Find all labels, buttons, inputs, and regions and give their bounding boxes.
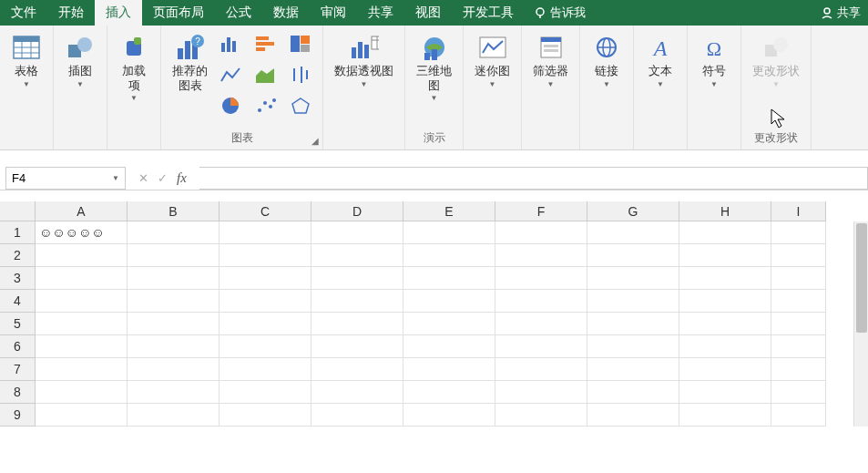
3dmap-button[interactable]: 三维地 图 ▼ (411, 29, 457, 106)
chart-type-scatter[interactable] (250, 91, 282, 120)
cell[interactable] (771, 221, 826, 244)
tables-button[interactable]: 表格 ▼ (5, 29, 47, 92)
cell[interactable] (679, 313, 771, 335)
link-button[interactable]: 链接 ▼ (586, 29, 628, 92)
cell[interactable] (495, 358, 587, 381)
cell[interactable] (311, 381, 403, 404)
cell[interactable] (495, 290, 587, 313)
cell[interactable] (679, 381, 771, 404)
cell[interactable] (36, 290, 128, 313)
cell[interactable] (403, 221, 495, 244)
cell[interactable] (495, 404, 587, 427)
cell[interactable] (403, 404, 495, 427)
menu-tab-4[interactable]: 公式 (215, 0, 262, 26)
cell[interactable] (220, 404, 311, 427)
cell[interactable] (128, 335, 220, 358)
column-header-B[interactable]: B (128, 201, 220, 221)
text-button[interactable]: A 文本 ▼ (639, 29, 681, 92)
cell[interactable]: ☺☺☺☺☺ (36, 221, 128, 244)
column-header-H[interactable]: H (679, 201, 771, 221)
name-box[interactable]: ▼ (5, 167, 126, 190)
cell[interactable] (771, 244, 826, 267)
cell[interactable] (128, 290, 220, 313)
row-header-9[interactable]: 9 (0, 404, 36, 427)
cell[interactable] (128, 358, 220, 381)
cell[interactable] (495, 335, 587, 358)
name-box-input[interactable] (12, 171, 119, 185)
cell[interactable] (403, 381, 495, 404)
pivotchart-button[interactable]: 数据透视图 ▼ (329, 29, 399, 92)
row-header-8[interactable]: 8 (0, 381, 36, 404)
cell[interactable] (495, 313, 587, 335)
cell[interactable] (36, 313, 128, 335)
cell[interactable] (587, 313, 679, 335)
chart-type-column[interactable] (215, 29, 248, 58)
fx-icon[interactable]: fx (177, 170, 187, 186)
cell[interactable] (403, 244, 495, 267)
cell[interactable] (311, 335, 403, 358)
menu-tab-5[interactable]: 数据 (262, 0, 310, 26)
cell[interactable] (771, 267, 826, 290)
cell[interactable] (36, 404, 128, 427)
cell[interactable] (220, 267, 311, 290)
cell[interactable] (679, 244, 771, 267)
cell[interactable] (128, 267, 220, 290)
menu-tab-6[interactable]: 审阅 (310, 0, 357, 26)
cell[interactable] (220, 358, 311, 381)
cell[interactable] (679, 335, 771, 358)
cell[interactable] (587, 404, 679, 427)
cell[interactable] (403, 358, 495, 381)
chart-type-area[interactable] (250, 60, 282, 89)
scrollbar-thumb[interactable] (856, 223, 867, 333)
cell[interactable] (220, 313, 311, 335)
cell[interactable] (311, 267, 403, 290)
formula-input[interactable] (205, 171, 862, 185)
menu-tab-3[interactable]: 页面布局 (142, 0, 215, 26)
sparklines-button[interactable]: 迷你图 ▼ (469, 29, 516, 92)
cell[interactable] (587, 221, 679, 244)
cell[interactable] (311, 358, 403, 381)
column-header-F[interactable]: F (495, 201, 587, 221)
illustrations-button[interactable]: 插图 ▼ (59, 29, 101, 92)
cell[interactable] (495, 221, 587, 244)
cell[interactable] (220, 335, 311, 358)
cell[interactable] (587, 290, 679, 313)
cell[interactable] (679, 358, 771, 381)
column-header-E[interactable]: E (403, 201, 495, 221)
menu-tab-1[interactable]: 开始 (47, 0, 95, 26)
cell[interactable] (128, 221, 220, 244)
chart-type-bar[interactable] (250, 29, 282, 58)
menu-tab-0[interactable]: 文件 (0, 0, 47, 26)
cell[interactable] (36, 381, 128, 404)
cell[interactable] (128, 381, 220, 404)
cell[interactable] (771, 313, 826, 335)
filters-button[interactable]: 筛选器 ▼ (527, 29, 574, 92)
chart-type-radar[interactable] (284, 91, 317, 120)
cell[interactable] (679, 404, 771, 427)
cell[interactable] (587, 381, 679, 404)
cell[interactable] (771, 290, 826, 313)
addins-button[interactable]: 加载 项 ▼ (113, 29, 155, 106)
cell[interactable] (587, 244, 679, 267)
share-button[interactable]: 共享 (813, 0, 868, 26)
column-header-C[interactable]: C (220, 201, 311, 221)
chart-type-line[interactable] (215, 60, 248, 89)
cell[interactable] (128, 404, 220, 427)
cell[interactable] (403, 267, 495, 290)
tell-me[interactable]: 告诉我 (525, 0, 595, 26)
select-all-corner[interactable] (0, 201, 36, 221)
cell[interactable] (403, 290, 495, 313)
row-header-4[interactable]: 4 (0, 290, 36, 313)
cell[interactable] (220, 244, 311, 267)
column-header-G[interactable]: G (587, 201, 679, 221)
cell[interactable] (495, 267, 587, 290)
column-header-I[interactable]: I (771, 201, 826, 221)
cell[interactable] (36, 267, 128, 290)
chart-type-pie[interactable] (215, 91, 248, 120)
cell[interactable] (771, 404, 826, 427)
cell[interactable] (771, 335, 826, 358)
row-header-3[interactable]: 3 (0, 267, 36, 290)
cell[interactable] (587, 267, 679, 290)
cell[interactable] (587, 335, 679, 358)
symbols-button[interactable]: Ω 符号 ▼ (693, 29, 735, 92)
